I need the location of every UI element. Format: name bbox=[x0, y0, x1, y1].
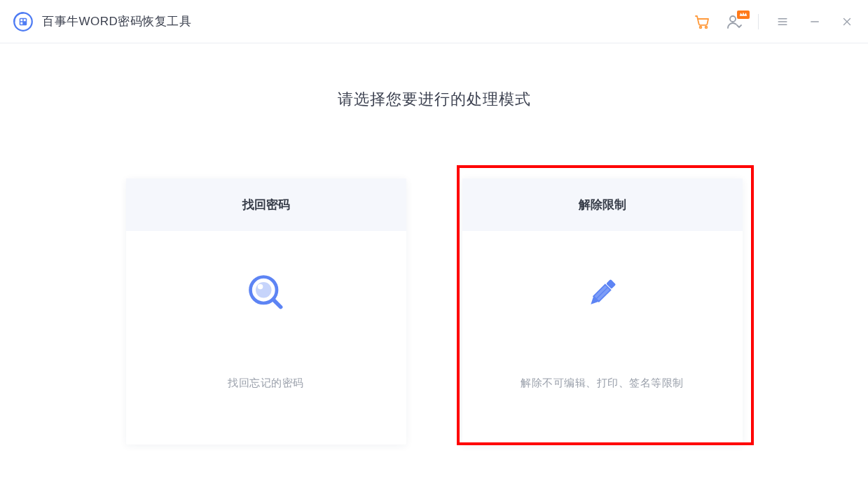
svg-line-17 bbox=[273, 300, 280, 307]
vip-badge-icon bbox=[737, 10, 750, 19]
minimize-icon[interactable] bbox=[806, 13, 823, 30]
app-logo-icon bbox=[13, 11, 34, 32]
main-content: 请选择您要进行的处理模式 找回密码 找回忘记的密码 解除限制 bbox=[0, 43, 868, 444]
svg-point-5 bbox=[700, 26, 702, 28]
titlebar-divider bbox=[758, 14, 759, 29]
magnifier-icon bbox=[245, 272, 287, 314]
svg-rect-3 bbox=[24, 19, 26, 21]
card-recover-password[interactable]: 找回密码 找回忘记的密码 bbox=[126, 178, 406, 444]
cart-icon[interactable] bbox=[694, 13, 710, 30]
menu-icon[interactable] bbox=[774, 13, 791, 30]
svg-point-6 bbox=[705, 26, 708, 28]
app-title: 百事牛WORD密码恢复工具 bbox=[42, 13, 191, 29]
svg-point-16 bbox=[257, 284, 263, 290]
close-icon[interactable] bbox=[839, 13, 855, 30]
svg-point-15 bbox=[256, 282, 272, 298]
card-recover-desc: 找回忘记的密码 bbox=[228, 377, 304, 390]
card-remove-desc: 解除不可编辑、打印、签名等限制 bbox=[521, 377, 684, 390]
titlebar-actions bbox=[694, 13, 855, 30]
pencil-icon bbox=[581, 272, 624, 314]
svg-point-7 bbox=[730, 16, 736, 22]
card-recover-title: 找回密码 bbox=[126, 178, 406, 231]
titlebar: 百事牛WORD密码恢复工具 bbox=[0, 0, 868, 43]
svg-rect-2 bbox=[20, 19, 22, 21]
svg-rect-4 bbox=[20, 22, 22, 24]
card-remove-restriction[interactable]: 解除限制 解除不可编辑、打印、签名等限制 bbox=[462, 178, 743, 444]
page-heading: 请选择您要进行的处理模式 bbox=[0, 89, 868, 110]
user-icon[interactable] bbox=[726, 13, 743, 30]
card-remove-title: 解除限制 bbox=[462, 178, 743, 231]
mode-cards: 找回密码 找回忘记的密码 解除限制 bbox=[0, 178, 868, 444]
